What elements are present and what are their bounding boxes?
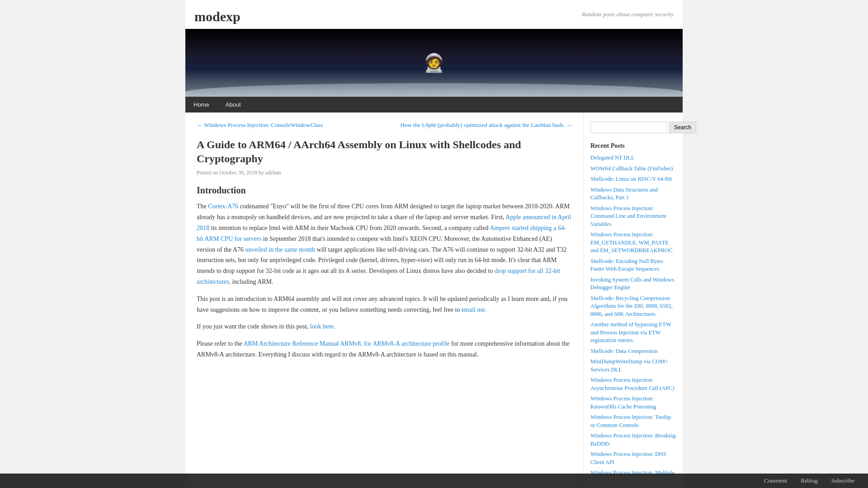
main-navigation: Home About [185,97,683,113]
search-button[interactable]: Search [669,122,696,133]
sidebar-post-link[interactable]: Delegated NT DLL [590,155,635,161]
recent-posts-list: Delegated NT DLLWOW64 Callback Table (Fi… [590,154,676,477]
sidebar-post-link[interactable]: Invoking System Calls and Windows Debugg… [590,277,674,291]
sidebar-post-link[interactable]: Shellcode: Linux on RISC-V 64-Bit [590,176,672,182]
cortex-link[interactable]: Cortex-A76 [208,203,238,210]
post-navigation: ← Windows Process Injection: ConsoleWind… [197,122,572,129]
post-author[interactable]: odzhan [265,169,281,176]
paragraph-3: If you just want the code shown in this … [197,321,572,332]
sidebar: Search Recent Posts Delegated NT DLLWOW6… [583,113,683,488]
unveiled-link[interactable]: unveiled in the same month [245,246,315,253]
blog-post: A Guide to ARM64 / AArch64 Assembly on L… [197,138,572,360]
sidebar-post-link[interactable]: Another method of bypassing ETW and Proc… [590,321,671,343]
post-date[interactable]: October 30, 2018 [219,169,257,176]
nav-item-home[interactable]: Home [185,97,217,113]
nav-item-about[interactable]: About [217,97,249,113]
sidebar-post-item: WOW64 Callback Table (FinFisher) [590,165,676,173]
sidebar-post-item: Delegated NT DLL [590,154,676,162]
banner-astronaut: 🧑‍🚀 [423,52,445,74]
site-description: Random posts about computer security [582,11,674,18]
sidebar-post-item: Shellcode: Data Compression [590,347,676,356]
sidebar-post-item: Windows Process Injection: Breaking BaDD… [590,432,676,448]
banner-image: 🧑‍🚀 [185,29,683,97]
sidebar-post-link[interactable]: Windows Process Injection: EM_GETHANDLE,… [590,231,673,253]
sidebar-post-link[interactable]: Windows Process Injection: DNS Client AP… [590,451,666,465]
nav-link-home[interactable]: Home [185,97,217,113]
reblog-link[interactable]: Reblog [801,477,818,484]
sidebar-post-link[interactable]: Windows Process Injection: Asynchronous … [590,377,675,391]
prev-post-link[interactable]: ← Windows Process Injection: ConsoleWind… [197,122,323,129]
post-content: Introduction The Cortex-A76 codenamed "E… [197,185,572,360]
sidebar-post-link[interactable]: Windows Process Injection: KnownDlls Cac… [590,395,656,410]
sidebar-post-item: Windows Process Injection: DNS Client AP… [590,450,676,466]
search-input[interactable] [590,122,667,133]
recent-posts-widget: Recent Posts Delegated NT DLLWOW64 Callb… [590,142,676,477]
paragraph-1: The Cortex-A76 codenamed "Enyo" will be … [197,201,572,287]
section-title: Introduction [197,185,572,196]
sidebar-post-item: Windows Process Injection: Asynchronous … [590,376,676,392]
look-here-link[interactable]: look here. [310,323,335,330]
main-content: ← Windows Process Injection: ConsoleWind… [185,113,583,488]
ampere-link[interactable]: Ampere started shipping a 64-bit ARM CPU… [197,225,566,242]
post-title: A Guide to ARM64 / AArch64 Assembly on L… [197,138,572,166]
banner-ground [185,83,683,97]
search-widget: Search [590,122,676,133]
sidebar-post-item: Windows Process Injection: Tooltip or Co… [590,413,676,429]
sidebar-post-link[interactable]: Windows Process Injection: Tooltip or Co… [590,414,671,428]
paragraph-4: Please refer to the ARM Architecture Ref… [197,338,572,360]
site-title-link[interactable]: modexp [194,9,241,24]
sidebar-post-item: Windows Process Injection: KnownDlls Cac… [590,395,676,411]
site-title: modexp [194,9,241,24]
nav-link-about[interactable]: About [217,97,249,113]
sidebar-post-item: Windows Process Injection: EM_GETHANDLE,… [590,231,676,255]
subscribe-link[interactable]: Subscribe [831,477,854,484]
sidebar-post-item: Invoking System Calls and Windows Debugg… [590,276,676,292]
email-link[interactable]: email me. [462,306,486,313]
paragraph-2: This post is an introduction to ARM64 as… [197,294,572,315]
sidebar-post-item: Shellcode: Encoding Null Bytes Faster Wi… [590,258,676,273]
sidebar-post-link[interactable]: MiniDumpWriteDump via COM+ Services DLL [590,358,668,373]
post-meta: Posted on October 30, 2018 by odzhan [197,169,572,176]
recent-posts-title: Recent Posts [590,142,676,150]
drop-link[interactable]: drop support for all 32-bit architecture… [197,267,560,285]
sidebar-post-item: Windows Process Injection: Command Line … [590,205,676,229]
sidebar-post-link[interactable]: Windows Process Injection: Breaking BaDD… [590,432,676,447]
sidebar-post-link[interactable]: Shellcode: Encoding Null Bytes Faster Wi… [590,258,663,272]
sidebar-post-item: Another method of bypassing ETW and Proc… [590,321,676,345]
sidebar-post-link[interactable]: Shellcode: Recycling Compression Algorit… [590,295,673,317]
sidebar-post-link[interactable]: Shellcode: Data Compression [590,348,658,354]
sidebar-post-link[interactable]: Windows Data Structures and Callbacks, P… [590,187,658,201]
sidebar-post-link[interactable]: WOW64 Callback Table (FinFisher) [590,165,673,172]
sidebar-post-item: Shellcode: Recycling Compression Algorit… [590,295,676,319]
comment-link[interactable]: Comment [764,477,787,484]
sidebar-post-item: Windows Data Structures and Callbacks, P… [590,186,676,202]
arm-ref-link[interactable]: ARM Architecture Reference Manual ARMv8,… [243,340,449,347]
sidebar-post-item: Shellcode: Linux on RISC-V 64-Bit [590,175,676,183]
sidebar-post-link[interactable]: Windows Process Injection: Command Line … [590,205,666,227]
comment-bar: Comment Reblog Subscribe [0,474,868,488]
sidebar-post-item: MiniDumpWriteDump via COM+ Services DLL [590,358,676,374]
next-post-link[interactable]: How the L0pht (probably) optimized attac… [401,122,572,129]
